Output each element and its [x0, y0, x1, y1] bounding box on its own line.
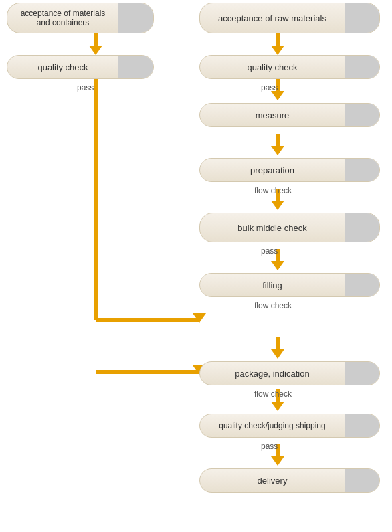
box-filling-image	[345, 273, 379, 297]
box-quality-shipping-label: quality check/judging shipping	[200, 418, 345, 433]
label-pass-left: pass	[77, 83, 94, 92]
box-package-image	[345, 361, 379, 385]
box-quality-check-right: quality check	[199, 55, 380, 79]
label-flow1: flow check	[254, 186, 292, 195]
box-measure-label: measure	[200, 108, 345, 123]
box-delivery-label: delivery	[200, 473, 345, 489]
label-pass-right2: pass	[261, 246, 278, 256]
box-measure-image	[345, 103, 379, 127]
svg-marker-13	[271, 146, 284, 155]
box-acceptance-raw-label: acceptance of raw materials	[200, 11, 345, 26]
svg-marker-17	[271, 261, 284, 270]
box-filling: filling	[199, 273, 380, 297]
box-quality-check-left: quality check	[7, 55, 154, 79]
box-quality-shipping-image	[345, 414, 379, 438]
box-preparation: preparation	[199, 158, 380, 182]
box-measure: measure	[199, 103, 380, 127]
box-quality-check-right-label: quality check	[200, 60, 345, 75]
box-acceptance-materials-label: acceptance of materials and containers	[7, 6, 118, 30]
label-pass-right1: pass	[261, 83, 278, 92]
label-flow2: flow check	[254, 301, 292, 311]
box-bulk-middle-label: bulk middle check	[200, 220, 345, 236]
box-quality-check-left-image	[118, 55, 153, 79]
box-filling-label: filling	[200, 278, 345, 293]
box-bulk-middle-image	[345, 213, 379, 242]
connector-lines	[0, 0, 392, 532]
box-quality-shipping: quality check/judging shipping	[199, 414, 380, 438]
box-delivery-image	[345, 468, 379, 493]
label-pass-right3: pass	[261, 442, 278, 451]
label-flow3: flow check	[254, 389, 292, 399]
svg-marker-5	[193, 313, 206, 323]
svg-marker-1	[89, 46, 102, 55]
box-quality-check-left-label: quality check	[7, 60, 118, 75]
svg-marker-15	[271, 201, 284, 210]
box-delivery: delivery	[199, 468, 380, 493]
svg-marker-9	[271, 46, 284, 55]
box-preparation-label: preparation	[200, 163, 345, 178]
svg-marker-21	[271, 402, 284, 411]
svg-marker-23	[271, 456, 284, 466]
box-acceptance-materials: acceptance of materials and containers	[7, 3, 154, 33]
box-quality-check-right-image	[345, 55, 379, 79]
box-acceptance-materials-image	[118, 3, 153, 33]
box-acceptance-raw-image	[345, 3, 379, 33]
svg-marker-11	[271, 91, 284, 100]
box-acceptance-raw: acceptance of raw materials	[199, 3, 380, 33]
flowchart: acceptance of materials and containers q…	[0, 0, 392, 532]
box-bulk-middle: bulk middle check	[199, 213, 380, 242]
svg-marker-19	[271, 349, 284, 359]
box-package: package, indication	[199, 361, 380, 385]
box-preparation-image	[345, 158, 379, 182]
box-package-label: package, indication	[200, 366, 345, 381]
